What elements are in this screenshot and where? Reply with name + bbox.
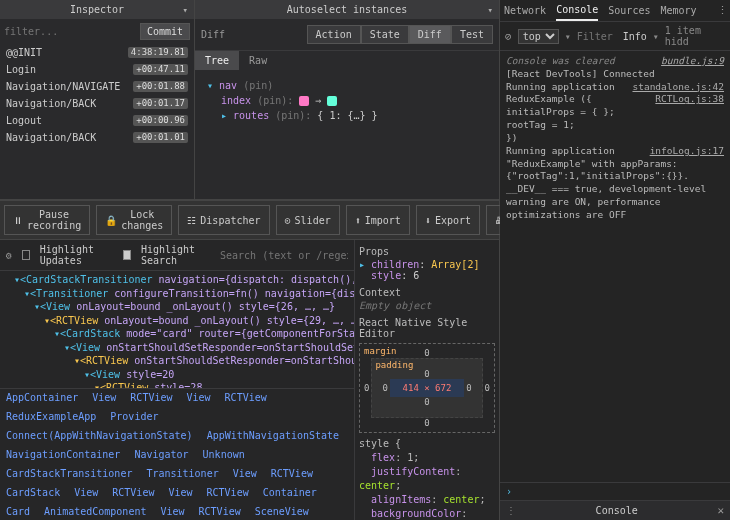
- diff-new-icon: [327, 96, 337, 106]
- console-log-line: Running applicationinfoLog.js:17: [506, 145, 724, 158]
- breadcrumb-item[interactable]: AppContainer: [6, 392, 78, 403]
- drawer-close-icon[interactable]: ✕: [717, 504, 724, 517]
- style-code: style { flex: 1; justifyContent: center;…: [359, 437, 495, 520]
- filter-input[interactable]: [4, 26, 136, 37]
- breadcrumb-item[interactable]: View: [92, 392, 116, 403]
- gear-icon[interactable]: ⚙: [6, 250, 12, 261]
- log-source-link[interactable]: RCTLog.js:38: [655, 93, 724, 106]
- import-button[interactable]: ⬆Import: [346, 205, 410, 235]
- tab-test[interactable]: Test: [451, 25, 493, 44]
- tab-sources[interactable]: Sources: [608, 1, 650, 20]
- tab-network[interactable]: Network: [504, 1, 546, 20]
- slider-button[interactable]: ⊙Slider: [276, 205, 340, 235]
- console-log-line: {"rootTag":1,"initialProps":{}}. __DEV__…: [506, 170, 724, 221]
- console-log-line: }): [506, 132, 724, 145]
- element-tree[interactable]: ▾<CardStackTransitioner navigation={disp…: [0, 271, 354, 388]
- inspector-header[interactable]: Inspector ▾: [0, 0, 194, 19]
- highlight-updates-check[interactable]: [22, 250, 30, 260]
- commit-button[interactable]: Commit: [140, 23, 190, 40]
- breadcrumb-item[interactable]: AppWithNavigationState: [207, 430, 339, 441]
- pause-recording-button[interactable]: ⏸Pause recording: [4, 205, 90, 235]
- diff-tabs: Action State Diff Test: [307, 25, 493, 44]
- breadcrumb-item[interactable]: Connect(AppWithNavigationState): [6, 430, 193, 441]
- highlight-search-check[interactable]: [123, 250, 131, 260]
- breadcrumb-item[interactable]: Navigator: [134, 449, 188, 460]
- breadcrumb-item[interactable]: ReduxExampleApp: [6, 411, 96, 422]
- clear-console-icon[interactable]: ⊘: [505, 30, 512, 43]
- console-output[interactable]: Console was clearedbundle.js:9[React Dev…: [500, 51, 730, 482]
- more-icon[interactable]: ⋮: [717, 4, 728, 17]
- side-pane: Props ▸ children: Array[2] style: 6 Cont…: [354, 240, 499, 520]
- highlight-search-label: Highlight Search: [141, 244, 210, 266]
- export-icon: ⬇: [425, 215, 431, 226]
- breadcrumb-item[interactable]: RCTView: [112, 487, 154, 498]
- rnse-header: React Native Style Editor: [359, 317, 495, 339]
- breadcrumb-item[interactable]: RCTView: [207, 487, 249, 498]
- box-content: 414 × 672: [390, 379, 464, 397]
- breadcrumb-item[interactable]: Transitioner: [146, 468, 218, 479]
- console-log-line: "ReduxExample" with appParams:: [506, 158, 724, 171]
- action-row[interactable]: Navigation/BACK+00:01.17: [0, 95, 194, 112]
- log-source-link[interactable]: bundle.js:9: [661, 55, 724, 68]
- action-row[interactable]: Login+00:47.11: [0, 61, 194, 78]
- console-prompt[interactable]: ›: [500, 482, 730, 500]
- lock-icon: 🔒: [105, 215, 117, 226]
- tab-diff[interactable]: Diff: [409, 25, 451, 44]
- diff-label: Diff: [201, 29, 225, 40]
- action-row[interactable]: Navigation/NAVIGATE+00:01.88: [0, 78, 194, 95]
- breadcrumb-item[interactable]: Card: [6, 506, 30, 517]
- log-source-link[interactable]: standalone.js:42: [632, 81, 724, 94]
- hidden-count: 1 item hidd: [665, 25, 725, 47]
- diff-body: ▾ nav (pin) index (pin): ⇒ ▸ routes (pin…: [195, 70, 499, 131]
- breadcrumb-item[interactable]: View: [233, 468, 257, 479]
- slider-icon: ⊙: [285, 215, 291, 226]
- toolbar: ⏸Pause recording 🔒Lock changes ☷Dispatch…: [0, 200, 499, 240]
- subtab-raw[interactable]: Raw: [239, 51, 277, 70]
- breadcrumb-item[interactable]: Provider: [110, 411, 158, 422]
- breadcrumb-item[interactable]: AnimatedComponent: [44, 506, 146, 517]
- context-select[interactable]: top: [518, 29, 559, 44]
- breadcrumb-item[interactable]: RCTView: [199, 506, 241, 517]
- breadcrumb-item[interactable]: RCTView: [225, 392, 267, 403]
- lock-changes-button[interactable]: 🔒Lock changes: [96, 205, 172, 235]
- action-row[interactable]: @@INIT4:38:19.81: [0, 44, 194, 61]
- breadcrumb-item[interactable]: RCTView: [130, 392, 172, 403]
- diff-old-icon: [299, 96, 309, 106]
- highlight-updates-label: Highlight Updates: [40, 244, 113, 266]
- box-model[interactable]: margin 0 0 padding 0 0 414 × 672 0: [359, 343, 495, 433]
- console-log-line: Console was clearedbundle.js:9: [506, 55, 724, 68]
- breadcrumb-item[interactable]: Unknown: [203, 449, 245, 460]
- import-icon: ⬆: [355, 215, 361, 226]
- breadcrumb[interactable]: AppContainerViewRCTViewViewRCTViewReduxE…: [0, 388, 354, 520]
- context-header: Context: [359, 287, 495, 298]
- breadcrumb-item[interactable]: Container: [263, 487, 317, 498]
- devtools-tabs: Network Console Sources Memory ⋮ ✕: [500, 0, 730, 22]
- drawer-label[interactable]: Console: [596, 505, 638, 516]
- breadcrumb-item[interactable]: View: [160, 506, 184, 517]
- breadcrumb-item[interactable]: View: [187, 392, 211, 403]
- console-filter-input[interactable]: [577, 31, 617, 42]
- console-log-line: [React DevTools] Connectedstandalone.js:…: [506, 68, 724, 81]
- tree-search-input[interactable]: [220, 250, 348, 261]
- breadcrumb-item[interactable]: SceneView: [255, 506, 309, 517]
- breadcrumb-item[interactable]: NavigationContainer: [6, 449, 120, 460]
- breadcrumb-item[interactable]: RCTView: [271, 468, 313, 479]
- export-button[interactable]: ⬇Export: [416, 205, 480, 235]
- action-row[interactable]: Navigation/BACK+00:01.01: [0, 129, 194, 146]
- action-list: @@INIT4:38:19.81 Login+00:47.11 Navigati…: [0, 44, 194, 199]
- breadcrumb-item[interactable]: CardStack: [6, 487, 60, 498]
- instances-header[interactable]: Autoselect instances ▾: [195, 0, 499, 19]
- inspector-title: Inspector: [70, 4, 124, 15]
- breadcrumb-item[interactable]: View: [74, 487, 98, 498]
- action-row[interactable]: Logout+00:00.96: [0, 112, 194, 129]
- tab-console[interactable]: Console: [556, 0, 598, 21]
- breadcrumb-item[interactable]: View: [168, 487, 192, 498]
- subtab-tree[interactable]: Tree: [195, 51, 239, 70]
- breadcrumb-item[interactable]: CardStackTransitioner: [6, 468, 132, 479]
- tab-memory[interactable]: Memory: [660, 1, 696, 20]
- level-label[interactable]: Info: [623, 31, 647, 42]
- log-source-link[interactable]: infoLog.js:17: [650, 145, 724, 158]
- tab-state[interactable]: State: [361, 25, 409, 44]
- dispatcher-button[interactable]: ☷Dispatcher: [178, 205, 269, 235]
- tab-action[interactable]: Action: [307, 25, 361, 44]
